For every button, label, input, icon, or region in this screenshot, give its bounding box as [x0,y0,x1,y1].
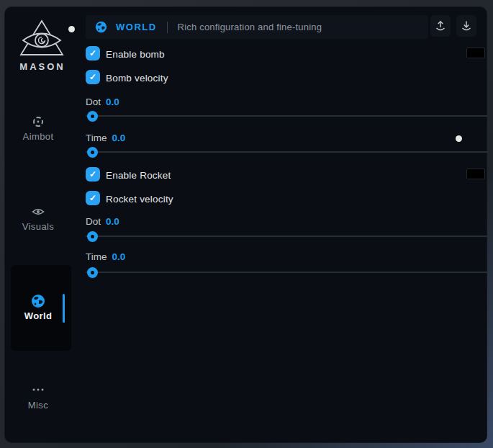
bomb-dot-slider-value: 0.0 [106,97,119,107]
bomb-time-slider-track[interactable] [86,151,488,153]
bomb-velocity-checkbox[interactable]: ✓ [86,70,100,84]
rocket-dot-slider-label: Dot 0.0 [86,216,119,227]
rocket-color-swatch[interactable] [466,169,485,179]
enable-rocket-label: Enable Rocket [106,170,171,181]
rocket-time-slider-label: Time 0.0 [86,251,125,262]
bomb-time-slider-value: 0.0 [112,133,126,143]
eye-pyramid-logo-icon [17,19,66,59]
white-dot [456,135,462,142]
active-tab-indicator [63,294,65,323]
crosshair-icon [32,115,45,128]
sidebar-item-label-world: World [5,310,71,321]
page-subtitle: Rich configuration and fine-tuning [178,22,322,32]
bomb-dot-slider-handle[interactable] [87,111,98,122]
bomb-color-swatch[interactable] [466,48,485,58]
rocket-velocity-label: Rocket velocity [106,194,173,205]
check-icon: ✓ [89,72,96,82]
upload-config-button[interactable] [430,15,451,37]
bomb-time-slider-handle[interactable] [87,147,98,158]
check-icon: ✓ [89,193,96,203]
brand-name: MASON [5,61,80,72]
rocket-time-slider-track[interactable] [86,272,488,273]
enable-bomb-label: Enable bomb [106,49,165,60]
upload-icon [435,20,446,32]
bomb-dot-slider-track[interactable] [86,115,488,117]
header-divider [167,22,168,33]
eye-icon [32,205,45,218]
page-header: WORLD Rich configuration and fine-tuning [86,15,428,39]
check-icon: ✓ [89,48,96,58]
enable-rocket-checkbox[interactable]: ✓ [86,167,100,182]
check-icon: ✓ [89,169,96,179]
enable-bomb-checkbox[interactable]: ✓ [86,46,100,61]
cheat-menu-window: MASON Aimbot Visuals World Misc W [4,6,487,443]
bomb-time-slider-label: Time 0.0 [86,133,125,143]
bomb-velocity-label: Bomb velocity [106,73,168,84]
rocket-velocity-checkbox[interactable]: ✓ [86,191,100,205]
page-title: WORLD [116,22,157,32]
rocket-time-slider-handle[interactable] [87,267,98,278]
globe-icon [31,294,45,308]
sidebar-item-label-aimbot: Aimbot [5,131,71,142]
rocket-dot-slider-track[interactable] [86,236,488,237]
globe-icon [95,21,107,33]
ellipsis-icon [32,387,45,393]
cursor-dot [68,26,75,32]
rocket-dot-slider-handle[interactable] [87,231,98,242]
sidebar-item-label-misc: Misc [5,400,71,411]
rocket-dot-slider-value: 0.0 [106,216,119,227]
sidebar-item-label-visuals: Visuals [5,221,71,232]
download-config-button[interactable] [456,15,476,37]
download-icon [461,20,472,32]
bomb-dot-slider-label: Dot 0.0 [86,97,119,107]
rocket-time-slider-value: 0.0 [112,251,126,262]
